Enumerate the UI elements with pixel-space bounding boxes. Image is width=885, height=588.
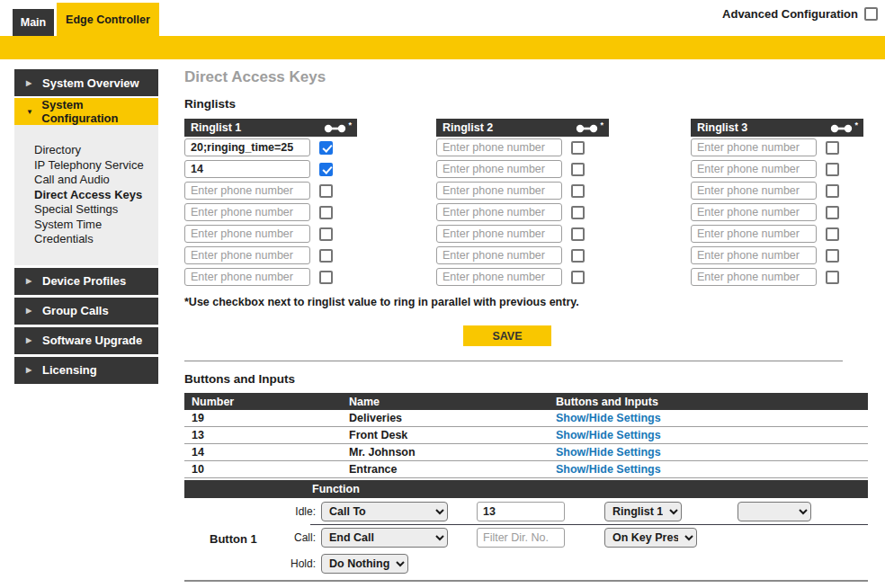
sidebar-item-software-upgrade[interactable]: ▶ Software Upgrade	[14, 327, 158, 354]
parallel-ring-checkbox[interactable]	[571, 163, 585, 176]
phone-number-input[interactable]	[436, 182, 562, 200]
ringlist-columns: Ringlist 1 * Ringlist 2 * Ringlist 3	[184, 119, 868, 290]
parallel-ring-checkbox[interactable]	[319, 141, 333, 155]
ringlist-entry	[436, 223, 609, 245]
call-mode-select[interactable]: On Key Press	[604, 528, 697, 548]
call-label: Call:	[274, 531, 316, 544]
parallel-ring-checkbox[interactable]	[319, 227, 333, 241]
parallel-ring-checkbox[interactable]	[826, 271, 839, 284]
save-button[interactable]: SAVE	[463, 325, 551, 346]
table-header-row: Number Name Buttons and Inputs	[184, 393, 868, 410]
idle-ringlist-select[interactable]: Ringlist 1	[604, 502, 682, 521]
show-hide-settings-link[interactable]: Show/Hide Settings	[556, 463, 661, 476]
ringlist-entries	[436, 137, 609, 288]
table-row: 14 Mr. Johnson Show/Hide Settings	[184, 444, 868, 461]
sidebar-item-directory[interactable]: Directory	[34, 143, 158, 158]
show-hide-settings-link[interactable]: Show/Hide Settings	[556, 412, 661, 424]
call-action-select[interactable]: End Call	[321, 528, 448, 548]
col-header-buttons-inputs: Buttons and Inputs	[549, 396, 868, 408]
sidebar-item-direct-access-keys[interactable]: Direct Access Keys	[34, 188, 158, 203]
ringlist-header: Ringlist 2 *	[436, 119, 609, 137]
parallel-ring-checkbox[interactable]	[826, 141, 839, 155]
sidebar-item-ip-telephony-service[interactable]: IP Telephony Service	[34, 158, 158, 174]
parallel-ring-checkbox[interactable]	[826, 163, 839, 176]
phone-number-input[interactable]	[184, 182, 310, 200]
phone-number-input[interactable]	[184, 246, 310, 264]
accent-bar	[0, 36, 885, 59]
parallel-ring-checkbox[interactable]	[571, 184, 585, 198]
phone-number-input[interactable]	[691, 182, 817, 200]
sidebar-item-group-calls[interactable]: ▶ Group Calls	[14, 298, 158, 325]
cell-name: Entrance	[342, 463, 549, 476]
advanced-configuration: Advanced Configuration	[722, 7, 878, 21]
phone-number-input[interactable]	[184, 268, 310, 286]
sidebar-item-system-time[interactable]: System Time	[34, 218, 158, 233]
idle-action-select[interactable]: Call To	[321, 502, 448, 521]
ringlist-entry	[691, 245, 863, 266]
parallel-ring-checkbox[interactable]	[571, 249, 585, 263]
phone-number-input[interactable]	[184, 225, 310, 243]
section-divider	[184, 361, 843, 361]
function-row-idle: Idle: Call To Ringlist 1	[184, 498, 868, 524]
chevron-right-icon: ▶	[26, 79, 42, 87]
phone-number-input[interactable]	[691, 138, 817, 156]
sidebar: ▶ System Overview ▼ System Configuration…	[14, 69, 158, 387]
cell-name: Mr. Johnson	[342, 446, 549, 459]
parallel-ring-icon	[575, 122, 599, 134]
parallel-ring-checkbox[interactable]	[571, 141, 585, 155]
table-body: 19 Deliveries Show/Hide Settings 13 Fron…	[184, 410, 868, 478]
parallel-ring-checkbox[interactable]	[826, 184, 839, 198]
function-row-hold: Hold: Do Nothing	[184, 550, 868, 576]
parallel-ring-checkbox[interactable]	[319, 206, 333, 219]
cell-number: 10	[184, 463, 342, 476]
phone-number-input[interactable]	[436, 160, 562, 178]
phone-number-input[interactable]	[436, 246, 562, 264]
parallel-ring-checkbox[interactable]	[571, 227, 585, 241]
phone-number-input[interactable]	[184, 203, 310, 221]
sidebar-item-call-and-audio[interactable]: Call and Audio	[34, 173, 158, 188]
parallel-ring-checkbox[interactable]	[319, 271, 333, 284]
parallel-ring-checkbox[interactable]	[571, 271, 585, 284]
advanced-configuration-checkbox[interactable]	[864, 7, 878, 21]
sidebar-item-system-overview[interactable]: ▶ System Overview	[14, 69, 158, 96]
parallel-ring-checkbox[interactable]	[319, 249, 333, 263]
phone-number-input[interactable]	[691, 268, 817, 286]
phone-number-input[interactable]	[436, 225, 562, 243]
parallel-ring-checkbox[interactable]	[826, 249, 839, 263]
sidebar-item-licensing[interactable]: ▶ Licensing	[14, 357, 158, 384]
show-hide-settings-link[interactable]: Show/Hide Settings	[556, 446, 661, 459]
chevron-right-icon: ▶	[26, 277, 42, 285]
ringlist-entry	[184, 201, 357, 223]
tab-main[interactable]: Main	[13, 9, 54, 36]
page-title: Direct Access Keys	[184, 68, 868, 86]
table-row: 19 Deliveries Show/Hide Settings	[184, 410, 868, 427]
sidebar-item-device-profiles[interactable]: ▶ Device Profiles	[14, 268, 158, 295]
parallel-ring-checkbox[interactable]	[571, 206, 585, 219]
sidebar-item-system-configuration[interactable]: ▼ System Configuration	[14, 98, 158, 125]
sidebar-item-special-settings[interactable]: Special Settings	[34, 202, 158, 218]
phone-number-input[interactable]	[691, 246, 817, 264]
phone-number-input[interactable]	[184, 160, 310, 178]
phone-number-input[interactable]	[436, 268, 562, 286]
phone-number-input[interactable]	[436, 138, 562, 156]
idle-extra-select[interactable]	[738, 502, 811, 521]
show-hide-settings-link[interactable]: Show/Hide Settings	[556, 429, 661, 441]
ringlist-entry	[436, 201, 609, 223]
phone-number-input[interactable]	[691, 225, 817, 243]
phone-number-input[interactable]	[184, 138, 310, 156]
phone-number-input[interactable]	[436, 203, 562, 221]
ringlist-entry	[436, 180, 609, 201]
parallel-ring-checkbox[interactable]	[826, 227, 839, 241]
call-filter-input[interactable]	[477, 528, 565, 548]
idle-number-input[interactable]	[477, 502, 565, 521]
parallel-ring-checkbox[interactable]	[319, 163, 333, 176]
hold-action-select[interactable]: Do Nothing	[321, 554, 408, 574]
sidebar-item-credentials[interactable]: Credentials	[34, 232, 158, 247]
ringlist-title: Ringlist 1	[191, 121, 241, 134]
phone-number-input[interactable]	[691, 160, 817, 178]
function-row-call: Call: End Call On Key Press	[184, 524, 868, 550]
parallel-ring-checkbox[interactable]	[319, 184, 333, 198]
parallel-ring-checkbox[interactable]	[826, 206, 839, 219]
phone-number-input[interactable]	[691, 203, 817, 221]
tab-edge-controller[interactable]: Edge Controller	[57, 3, 159, 36]
